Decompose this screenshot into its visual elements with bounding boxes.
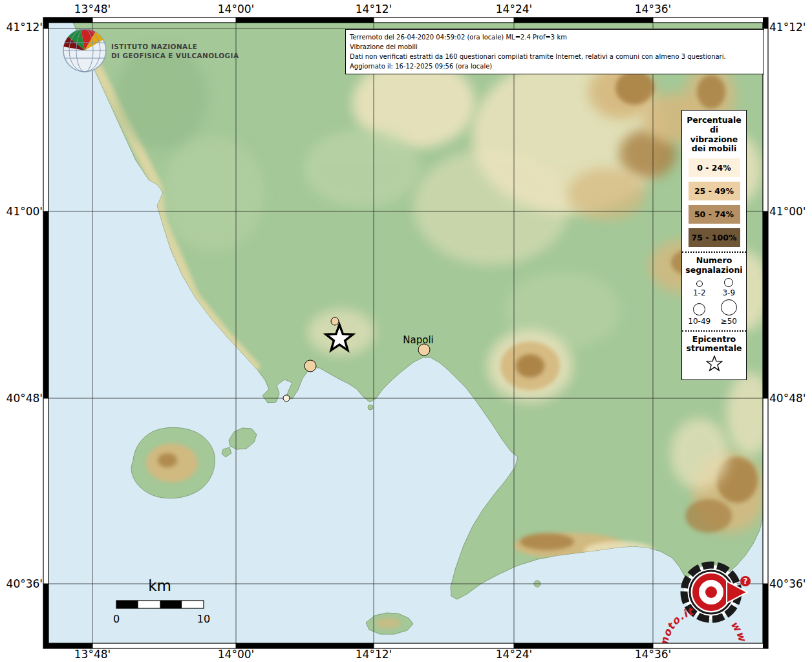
legend-class-1-label: 25 - 49% (694, 186, 734, 196)
star-icon (706, 356, 723, 372)
count-circle-small-icon (696, 281, 703, 287)
felt-report-marker (331, 317, 339, 325)
lon-label-bottom-4: 14°36' (635, 648, 671, 661)
lat-label-right-1: 41°00' (769, 205, 812, 218)
event-title-line-1: Terremoto del 26-04-2020 04:59:02 (ora l… (350, 32, 760, 42)
legend-class-0: 0 - 24% (689, 158, 740, 177)
map-page: Napoli km 0 10 ISTITUTO NAZIONALE DI G (0, 0, 812, 662)
count-class-3-label: 10-49 (688, 317, 710, 326)
lon-label-bottom-1: 14°00' (218, 648, 254, 661)
felt-report-marker (304, 360, 316, 372)
lat-label-right-3: 40°36' (769, 577, 812, 590)
site-question-mark: ? (743, 577, 748, 586)
lat-label-left-3: 40°36' (0, 577, 43, 590)
lon-label-top-2: 14°12' (356, 3, 392, 16)
legend-class-0-label: 0 - 24% (697, 163, 731, 173)
lat-label-left-0: 41°12' (0, 21, 43, 34)
lon-label-bottom-3: 14°24' (496, 648, 532, 661)
lon-label-top-3: 14°24' (496, 3, 532, 16)
count-class-2-label: 3-9 (722, 288, 735, 297)
scalebar-end: 10 (197, 613, 210, 625)
scalebar-unit: km (148, 577, 171, 594)
count-circle-xlarge-icon (721, 299, 737, 315)
lat-label-left-2: 40°48' (0, 392, 43, 405)
lon-label-top-1: 14°00' (218, 3, 254, 16)
legend-count-symbols: 1-2 3-9 10-49 ≥50 (685, 278, 743, 326)
legend: Percentuale di vibrazione dei mobili 0 -… (681, 110, 747, 380)
lat-label-right-2: 40°48' (769, 392, 812, 405)
felt-report-marker (283, 395, 290, 401)
lon-label-top-0: 13°48' (74, 3, 111, 16)
event-title-line-2: Vibrazione dei mobili (350, 42, 760, 52)
count-class-2: 3-9 (714, 278, 744, 297)
legend-class-2: 50 - 74% (689, 205, 740, 224)
legend-percent-title: Percentuale di vibrazione dei mobili (685, 116, 743, 154)
count-class-4-label: ≥50 (721, 317, 737, 326)
ingv-name-line2: DI GEOFISICA E VULCANOLOGIA (111, 52, 239, 59)
islet-nisida (368, 405, 373, 410)
lat-label-right-0: 41°12' (769, 21, 812, 34)
count-class-3: 10-49 (685, 303, 714, 326)
count-circle-large-icon (693, 303, 705, 315)
legend-class-2-label: 50 - 74% (694, 209, 734, 219)
ingv-name-line1: ISTITUTO NAZIONALE (111, 43, 197, 50)
legend-epicenter-symbol (685, 356, 743, 375)
lon-label-top-4: 14°36' (635, 3, 671, 16)
legend-class-1: 25 - 49% (689, 182, 740, 200)
lon-label-bottom-2: 14°12' (356, 648, 392, 661)
event-title-box: Terremoto del 26-04-2020 04:59:02 (ora l… (345, 29, 764, 74)
count-class-4: ≥50 (714, 299, 744, 326)
count-circle-medium-icon (724, 278, 733, 287)
lat-label-left-1: 41°00' (0, 205, 43, 218)
scalebar-start: 0 (113, 613, 120, 625)
event-title-line-3: Dati non verificati estratti da 160 ques… (350, 52, 760, 61)
lon-label-bottom-0: 13°48' (74, 648, 111, 661)
legend-class-3-label: 75 - 100% (692, 233, 737, 242)
count-class-1: 1-2 (685, 281, 714, 297)
legend-class-3: 75 - 100% (689, 228, 740, 247)
city-label-napoli: Napoli (403, 334, 433, 346)
legend-count-title: Numero segnalazioni (685, 256, 743, 275)
count-class-1-label: 1-2 (693, 288, 706, 297)
event-title-line-4: Aggiornato il: 16-12-2025 09:56 (ora loc… (350, 61, 760, 71)
legend-divider (682, 251, 746, 253)
legend-epicenter-title: Epicentro strumentale (685, 335, 743, 354)
legend-divider (682, 330, 746, 332)
